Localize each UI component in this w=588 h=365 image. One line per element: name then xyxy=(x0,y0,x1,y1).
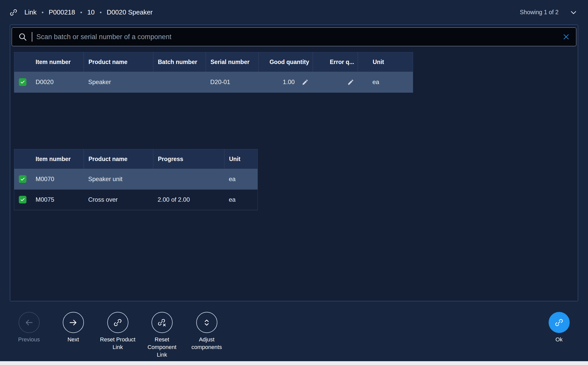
link-icon xyxy=(554,318,564,327)
previous-button-circle xyxy=(19,312,40,333)
checkbox-cell xyxy=(14,169,31,189)
production-order-number: P000218 xyxy=(49,8,75,16)
cell-item-number: M0075 xyxy=(31,189,84,210)
reset-product-link-label: Reset Product Link xyxy=(99,336,137,351)
component-row[interactable]: M0075 Cross over 2.00 of 2.00 ea xyxy=(14,189,258,210)
cell-unit: ea xyxy=(358,72,413,92)
cell-unit: ea xyxy=(224,189,258,210)
previous-button-label: Previous xyxy=(18,336,40,343)
cell-batch-number xyxy=(153,72,206,92)
components-table: Item number Product name Progress Unit M… xyxy=(14,149,258,210)
separator-dot: • xyxy=(100,9,102,16)
text-cursor xyxy=(32,32,32,42)
adjust-components-button[interactable]: Adjust components xyxy=(185,312,228,351)
ok-button-circle xyxy=(549,312,570,333)
edit-error-quantity-icon[interactable] xyxy=(347,79,354,86)
cell-product-name: Cross over xyxy=(84,189,153,210)
column-header-unit: Unit xyxy=(224,149,258,169)
header: Link • P000218 • 10 • D0020 Speaker Show… xyxy=(0,0,588,25)
edit-good-quantity-icon[interactable] xyxy=(302,79,309,86)
cell-item-number: D0020 xyxy=(31,72,84,92)
previous-button[interactable]: Previous xyxy=(9,312,49,343)
ok-button[interactable]: Ok xyxy=(539,312,579,343)
adjust-components-circle xyxy=(196,312,217,333)
main-panel: Item number Product name Batch number Se… xyxy=(10,25,578,301)
view-mode-label: Link xyxy=(24,8,37,16)
good-quantity-value: 1.00 xyxy=(283,78,295,86)
ok-button-label: Ok xyxy=(555,336,563,343)
arrow-right-icon xyxy=(68,318,78,327)
column-header-error-quantity: Error q... xyxy=(313,52,358,72)
showing-count: Showing 1 of 2 xyxy=(520,9,559,16)
header-checkbox-spacer xyxy=(14,149,31,169)
reset-component-link-button[interactable]: Reset Component Link xyxy=(143,312,181,359)
link-remove-icon xyxy=(157,318,167,327)
separator-dot: • xyxy=(80,9,82,16)
search-icon xyxy=(18,32,27,41)
reset-component-link-label: Reset Component Link xyxy=(143,336,181,359)
column-header-product-name: Product name xyxy=(84,52,153,72)
next-button-label: Next xyxy=(67,336,79,343)
row-checkbox[interactable] xyxy=(19,175,26,183)
cell-product-name: Speaker xyxy=(84,72,153,92)
operation-number: 10 xyxy=(87,8,95,16)
next-button[interactable]: Next xyxy=(53,312,94,343)
column-header-unit: Unit xyxy=(358,52,413,72)
search-input[interactable] xyxy=(36,33,557,41)
breadcrumb: Link • P000218 • 10 • D0020 Speaker xyxy=(9,8,153,17)
row-checkbox[interactable] xyxy=(19,196,26,203)
reset-component-link-circle xyxy=(152,312,173,333)
products-table-header: Item number Product name Batch number Se… xyxy=(14,52,413,72)
column-header-product-name: Product name xyxy=(84,149,153,169)
checkbox-cell xyxy=(14,189,31,210)
cell-product-name: Speaker unit xyxy=(84,169,153,189)
column-header-batch-number: Batch number xyxy=(153,52,206,72)
column-header-good-quantity: Good quantity xyxy=(258,52,313,72)
window-bottom-edge xyxy=(0,361,588,365)
cell-error-quantity xyxy=(313,72,358,92)
checkbox-cell xyxy=(14,72,31,92)
column-header-serial-number: Serial number xyxy=(206,52,258,72)
products-table: Item number Product name Batch number Se… xyxy=(14,52,413,93)
next-button-circle xyxy=(63,312,84,333)
close-icon[interactable] xyxy=(562,33,570,41)
adjust-components-label: Adjust components xyxy=(185,336,228,351)
product-row[interactable]: D0020 Speaker D20-01 1.00 ea xyxy=(14,72,413,92)
link-icon xyxy=(113,318,123,327)
reset-product-link-circle xyxy=(107,312,128,333)
components-table-header: Item number Product name Progress Unit xyxy=(14,149,258,169)
column-header-progress: Progress xyxy=(153,149,224,169)
search-bar xyxy=(12,27,576,46)
cell-good-quantity: 1.00 xyxy=(258,72,313,92)
cell-serial-number: D20-01 xyxy=(206,72,258,92)
row-checkbox[interactable] xyxy=(19,78,26,86)
cell-unit: ea xyxy=(224,169,258,189)
chevron-up-down-icon xyxy=(202,318,212,327)
separator-dot: • xyxy=(42,9,44,16)
header-checkbox-spacer xyxy=(14,52,31,72)
column-header-item-number: Item number xyxy=(31,149,84,169)
cell-progress: 2.00 of 2.00 xyxy=(153,189,224,210)
header-right: Showing 1 of 2 xyxy=(520,9,577,16)
component-row[interactable]: M0070 Speaker unit ea xyxy=(14,169,258,189)
arrow-left-icon xyxy=(24,318,34,327)
reset-product-link-button[interactable]: Reset Product Link xyxy=(99,312,137,351)
link-icon xyxy=(9,8,18,17)
product-title: D0020 Speaker xyxy=(107,8,153,16)
column-header-item-number: Item number xyxy=(31,52,84,72)
cell-item-number: M0070 xyxy=(31,169,84,189)
chevron-down-icon[interactable] xyxy=(570,9,577,16)
cell-progress xyxy=(153,169,224,189)
